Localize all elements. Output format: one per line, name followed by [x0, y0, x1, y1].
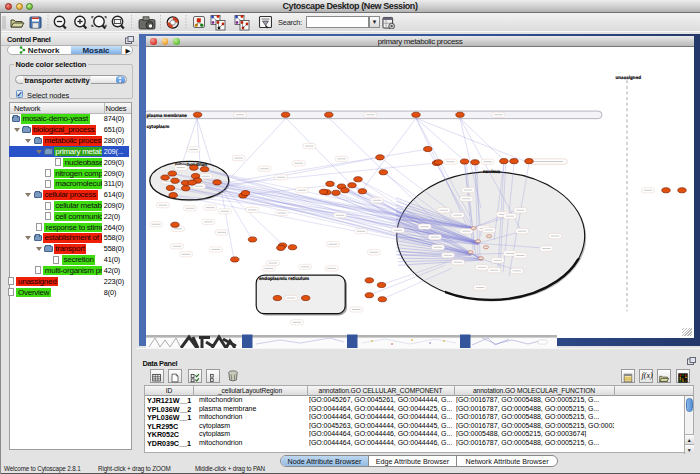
svg-text:plasma membrane: plasma membrane	[147, 113, 187, 118]
svg-text:cytoplasm: cytoplasm	[147, 124, 170, 129]
svg-text:endoplasmic reticulum: endoplasmic reticulum	[259, 276, 309, 281]
svg-text:nucleus: nucleus	[483, 169, 500, 174]
svg-text:unassigned: unassigned	[616, 75, 642, 80]
